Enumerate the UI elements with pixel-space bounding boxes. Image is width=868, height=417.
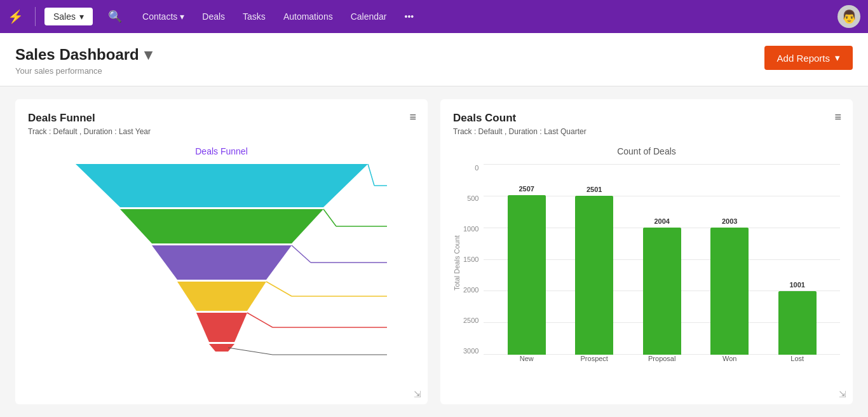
nav-deals-link[interactable]: Deals xyxy=(194,8,233,25)
svg-marker-0 xyxy=(76,164,368,207)
xaxis-label-item: Prospect xyxy=(564,355,625,362)
svg-line-13 xyxy=(266,282,292,296)
bar-chart-layout: Total Deals Count 3000 2500 2000 1500 10… xyxy=(453,164,840,362)
resize-indicator: ⇲ xyxy=(414,389,421,399)
nav-calendar-link[interactable]: Calendar xyxy=(343,8,395,25)
bar-chart-inner: 25072501200420031001 NewProspectProposal… xyxy=(484,164,840,362)
yaxis-label: Total Deals Count xyxy=(453,164,461,362)
nav-tasks-link[interactable]: Tasks xyxy=(235,8,273,25)
bar-group: 2501 xyxy=(564,186,625,355)
bar-chart-title: Count of Deals xyxy=(453,146,840,156)
svg-marker-12 xyxy=(177,282,266,311)
bar-value-label: 2501 xyxy=(587,186,602,193)
svg-line-21 xyxy=(228,348,273,355)
funnel-chart-title: Deals Funnel xyxy=(28,146,415,156)
funnel-card: Deals Funnel Track : Default , Duration … xyxy=(15,99,428,404)
bar-group: 2507 xyxy=(496,185,557,355)
nav-more-button[interactable]: ••• xyxy=(397,8,422,25)
svg-marker-20 xyxy=(209,344,234,352)
add-reports-button[interactable]: Add Reports ▾ xyxy=(764,46,853,70)
nav-links: Contacts ▾ Deals Tasks Automations Calen… xyxy=(135,8,421,25)
nav-logo-icon: ⚡ xyxy=(8,9,24,24)
nav-contacts-link[interactable]: Contacts ▾ xyxy=(135,8,192,25)
bar-rect xyxy=(508,195,546,355)
bar-value-label: 2003 xyxy=(722,217,737,225)
bar-value-label: 2507 xyxy=(519,185,534,193)
funnel-menu-icon[interactable]: ≡ xyxy=(409,111,416,124)
svg-line-5 xyxy=(323,209,336,226)
svg-marker-8 xyxy=(152,245,292,280)
nav-search-button[interactable]: 🔍 xyxy=(103,7,127,26)
bars-row: 25072501200420031001 xyxy=(484,164,840,355)
funnel-card-title: Deals Funnel xyxy=(28,112,415,125)
xaxis-label-item: Proposal xyxy=(632,355,692,362)
xaxis-label-item: New xyxy=(496,355,557,362)
deals-count-card-title: Deals Count xyxy=(453,112,840,125)
resize-indicator-2: ⇲ xyxy=(839,389,846,399)
bar-value-label: 1001 xyxy=(789,281,804,289)
deals-count-card-subtitle: Track : Default , Duration : Last Quarte… xyxy=(453,127,840,136)
svg-marker-4 xyxy=(120,209,323,243)
funnel-wrapper: New (24) Prospect (10) Proposal (14) Won… xyxy=(28,164,415,367)
xaxis-labels: NewProspectProposalWonLost xyxy=(484,355,840,362)
nav-sales-chevron: ▾ xyxy=(79,11,84,22)
bar-group: 2004 xyxy=(632,217,692,355)
bar-rect xyxy=(710,228,749,355)
user-avatar[interactable]: 👨 xyxy=(837,5,860,28)
nav-divider xyxy=(35,7,36,26)
nav-automations-link[interactable]: Automations xyxy=(276,8,341,25)
funnel-card-subtitle: Track : Default , Duration : Last Year xyxy=(28,127,415,136)
topnav: ⚡ Sales ▾ 🔍 Contacts ▾ Deals Tasks Autom… xyxy=(0,0,868,33)
svg-marker-16 xyxy=(196,313,247,342)
page-title-area: Sales Dashboard ▾ Your sales performance xyxy=(15,46,152,76)
main-content: Deals Funnel Track : Default , Duration … xyxy=(0,86,868,417)
yaxis-ticks: 3000 2500 2000 1500 1000 500 0 xyxy=(463,164,484,355)
bar-rect xyxy=(778,291,817,355)
page-title: Sales Dashboard ▾ xyxy=(15,46,152,64)
nav-sales-dropdown[interactable]: Sales ▾ xyxy=(44,8,93,25)
bar-rect xyxy=(643,228,681,355)
deals-count-card: Deals Count Track : Default , Duration :… xyxy=(440,99,853,404)
bar-group: 2003 xyxy=(700,217,760,355)
page-header: Sales Dashboard ▾ Your sales performance… xyxy=(0,33,868,86)
svg-line-1 xyxy=(368,164,374,186)
svg-line-9 xyxy=(292,245,311,263)
xaxis-label-item: Lost xyxy=(767,355,827,362)
bar-group: 1001 xyxy=(767,281,827,355)
svg-line-17 xyxy=(247,313,273,327)
bar-rect xyxy=(575,196,613,355)
funnel-svg: New (24) Prospect (10) Proposal (14) Won… xyxy=(57,164,387,367)
bar-value-label: 2004 xyxy=(654,217,669,225)
page-subtitle: Your sales performance xyxy=(15,66,152,76)
nav-sales-label: Sales xyxy=(53,11,76,22)
page-title-chevron[interactable]: ▾ xyxy=(144,46,152,64)
xaxis-label-item: Won xyxy=(700,355,760,362)
deals-count-menu-icon[interactable]: ≡ xyxy=(834,111,841,124)
